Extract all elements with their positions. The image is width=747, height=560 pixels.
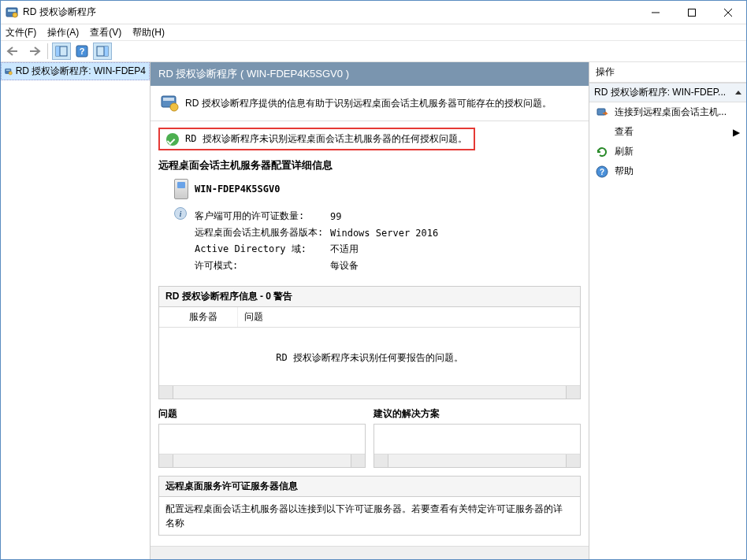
window-controls [637, 1, 746, 24]
horizontal-scrollbar[interactable] [159, 385, 580, 399]
table-row: Active Directory 域:不适用 [195, 242, 438, 257]
problem-column: 问题 [158, 407, 366, 468]
grid-col-problem[interactable]: 问题 [238, 307, 580, 327]
svg-rect-4 [689, 9, 696, 16]
svg-rect-23 [597, 109, 605, 115]
svg-rect-18 [6, 69, 10, 70]
action-help[interactable]: ? 帮助 [589, 161, 746, 181]
window-title: RD 授权诊断程序 [23, 6, 637, 19]
svg-point-2 [13, 13, 17, 17]
app-icon [6, 6, 18, 19]
main-body: RD 授权诊断程序提供的信息有助于识别远程桌面会话主机服务器可能存在的授权问题。… [151, 86, 589, 546]
svg-rect-21 [163, 98, 174, 101]
svg-text:?: ? [600, 168, 604, 176]
actions-header: 操作 [589, 62, 746, 83]
info-bar: RD 授权诊断程序提供的信息有助于识别远程桌面会话主机服务器可能存在的授权问题。 [151, 86, 589, 121]
warnings-title: RD 授权诊断程序信息 - 0 警告 [159, 287, 580, 307]
nav-back-button[interactable] [4, 43, 23, 60]
svg-text:?: ? [80, 46, 85, 56]
table-row: 远程桌面会话主机服务器版本:Windows Server 2016 [195, 225, 438, 240]
action-label: 查看 [615, 125, 634, 139]
warnings-panel: RD 授权诊断程序信息 - 0 警告 服务器 问题 RD 授权诊断程序未识别任何… [158, 286, 581, 399]
tree-root-label: RD 授权诊断程序: WIN-FDEP4 [16, 65, 146, 78]
horizontal-scrollbar[interactable] [374, 454, 580, 467]
menubar: 文件(F) 操作(A) 查看(V) 帮助(H) [1, 24, 746, 40]
toolbar-separator [47, 43, 48, 59]
maximize-button[interactable] [674, 1, 710, 24]
show-tree-button[interactable] [52, 43, 71, 60]
action-label: 帮助 [615, 165, 634, 178]
actions-panel: 操作 RD 授权诊断程序: WIN-FDEP... 连接到远程桌面会话主机...… [589, 62, 746, 559]
menu-file[interactable]: 文件(F) [6, 26, 36, 39]
toolbar: ? [1, 40, 746, 62]
help-icon: ? [596, 165, 608, 178]
config-section: 远程桌面会话主机服务器配置详细信息 WIN-FDEP4K5SGV0 i 客户端可… [158, 158, 581, 275]
license-title: 远程桌面服务许可证服务器信息 [159, 477, 580, 497]
nav-forward-button[interactable] [24, 43, 43, 60]
grid-empty-text: RD 授权诊断程序未识别任何要报告的问题。 [159, 328, 580, 385]
action-view[interactable]: 查看 ▶ [589, 122, 746, 142]
table-row: 许可模式:每设备 [195, 258, 438, 273]
help-button[interactable]: ? [72, 43, 91, 60]
success-icon [166, 133, 179, 146]
blank-icon [596, 126, 608, 139]
table-row: 客户端可用的许可证数量:99 [195, 209, 438, 224]
minimize-button[interactable] [637, 1, 674, 24]
horizontal-scrollbar[interactable] [159, 454, 365, 467]
diagnostic-icon [5, 65, 13, 78]
connect-icon [596, 106, 608, 119]
server-row: WIN-FDEP4K5SGV0 [174, 179, 581, 199]
problem-solution-row: 问题 建议的解决方案 [158, 407, 581, 468]
problem-box [158, 424, 366, 468]
close-button[interactable] [710, 1, 746, 24]
details-table: 客户端可用的许可证数量:99 远程桌面会话主机服务器版本:Windows Ser… [193, 207, 440, 275]
server-name: WIN-FDEP4K5SGV0 [195, 184, 280, 195]
action-label: 刷新 [615, 145, 634, 158]
titlebar[interactable]: RD 授权诊断程序 [1, 1, 746, 24]
collapse-caret-icon [735, 91, 741, 95]
submenu-arrow-icon: ▶ [733, 127, 740, 138]
menu-help[interactable]: 帮助(H) [132, 26, 165, 39]
refresh-icon [596, 146, 608, 158]
solution-column: 建议的解决方案 [374, 407, 581, 468]
grid-col-server[interactable]: 服务器 [183, 307, 238, 327]
svg-rect-10 [56, 46, 60, 56]
status-text: RD 授权诊断程序未识别远程桌面会话主机服务器的任何授权问题。 [185, 132, 467, 146]
details-row: i 客户端可用的许可证数量:99 远程桌面会话主机服务器版本:Windows S… [174, 207, 581, 275]
problem-title: 问题 [158, 407, 366, 421]
license-text: 配置远程桌面会话主机服务器以连接到以下许可证服务器。若要查看有关特定许可证服务器… [159, 497, 580, 535]
svg-rect-1 [8, 9, 16, 12]
warnings-grid: 服务器 问题 RD 授权诊断程序未识别任何要报告的问题。 [159, 307, 580, 399]
action-connect[interactable]: 连接到远程桌面会话主机... [589, 102, 746, 122]
diagnostic-large-icon [160, 94, 179, 113]
menu-action[interactable]: 操作(A) [47, 26, 79, 39]
content-area: RD 授权诊断程序: WIN-FDEP4 RD 授权诊断程序 ( WIN-FDE… [1, 62, 746, 559]
info-icon: i [174, 207, 187, 220]
config-title: 远程桌面会话主机服务器配置详细信息 [158, 158, 581, 172]
action-refresh[interactable]: 刷新 [589, 142, 746, 161]
svg-point-19 [9, 71, 12, 74]
main-horizontal-scrollbar[interactable] [151, 546, 589, 559]
main-panel: RD 授权诊断程序 ( WIN-FDEP4K5SGV0 ) RD 授权诊断程序提… [151, 62, 589, 559]
status-box: RD 授权诊断程序未识别远程桌面会话主机服务器的任何授权问题。 [158, 128, 475, 150]
license-section: 远程桌面服务许可证服务器信息 配置远程桌面会话主机服务器以连接到以下许可证服务器… [158, 476, 581, 536]
app-window: RD 授权诊断程序 文件(F) 操作(A) 查看(V) 帮助(H) ? RD 授… [0, 0, 747, 560]
tree-root-item[interactable]: RD 授权诊断程序: WIN-FDEP4 [1, 62, 150, 80]
tree-panel: RD 授权诊断程序: WIN-FDEP4 [1, 62, 151, 559]
action-label: 连接到远程桌面会话主机... [615, 106, 727, 119]
actions-sub-text: RD 授权诊断程序: WIN-FDEP... [594, 86, 732, 99]
server-icon [174, 179, 188, 199]
grid-header: 服务器 问题 [159, 307, 580, 328]
main-header: RD 授权诊断程序 ( WIN-FDEP4K5SGV0 ) [151, 62, 589, 86]
solution-title: 建议的解决方案 [374, 407, 581, 421]
svg-point-22 [170, 103, 178, 111]
solution-box [374, 424, 581, 468]
menu-view[interactable]: 查看(V) [90, 26, 121, 39]
svg-rect-15 [104, 46, 108, 56]
info-text: RD 授权诊断程序提供的信息有助于识别远程桌面会话主机服务器可能存在的授权问题。 [185, 97, 552, 110]
actions-sub-header[interactable]: RD 授权诊断程序: WIN-FDEP... [589, 83, 746, 102]
show-actions-button[interactable] [93, 43, 112, 60]
